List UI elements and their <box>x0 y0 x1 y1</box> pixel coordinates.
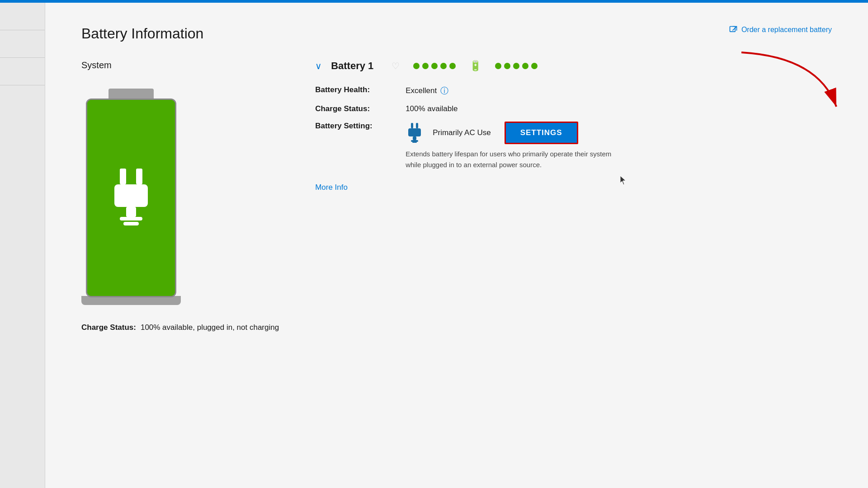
dot-10 <box>531 63 538 69</box>
setting-name: Primarily AC Use <box>433 128 491 137</box>
battery-name: Battery 1 <box>331 60 373 72</box>
dot-8 <box>513 63 519 69</box>
svg-rect-3 <box>136 169 142 184</box>
right-panel: ∨ Battery 1 ♡ 🔋 <box>315 60 832 332</box>
system-label: System <box>81 60 112 70</box>
charge-status-bottom-label: Charge Status: <box>81 323 136 332</box>
svg-rect-2 <box>120 169 126 184</box>
dot-2 <box>422 63 429 69</box>
main-content: Battery Information Order a replacement … <box>45 3 868 488</box>
order-link-text: Order a replacement battery <box>741 26 832 34</box>
charge-status-bottom-value: 100% available, plugged in, not charging <box>141 323 279 332</box>
dropdown-chevron-icon[interactable]: ∨ <box>315 61 322 71</box>
charge-status-bottom: Charge Status: 100% available, plugged i… <box>81 323 279 332</box>
battery-health-label: Battery Health: <box>315 85 406 94</box>
battery-small-icon: 🔋 <box>469 60 481 72</box>
battery-header: ∨ Battery 1 ♡ 🔋 <box>315 60 832 72</box>
svg-rect-10 <box>408 128 421 136</box>
battery-body <box>86 99 176 297</box>
external-link-icon <box>729 25 738 34</box>
dot-6 <box>495 63 501 69</box>
dot-7 <box>504 63 510 69</box>
page-title: Battery Information <box>81 25 203 42</box>
svg-rect-7 <box>123 222 139 225</box>
svg-rect-12 <box>411 140 418 142</box>
charge-status-row: Charge Status: 100% available <box>315 104 832 113</box>
setting-top: Primarily AC Use SETTINGS <box>406 122 832 144</box>
dot-4 <box>440 63 447 69</box>
svg-line-1 <box>732 27 736 31</box>
sidebar-divider-2 <box>0 57 45 58</box>
battery-setting-row: Battery Setting: Primarily AC Use <box>315 122 832 170</box>
charge-status-value: 100% available <box>406 104 458 113</box>
svg-rect-13 <box>412 142 417 143</box>
svg-rect-11 <box>413 136 416 140</box>
indicator-dots-1 <box>413 63 456 69</box>
battery-health-value: Excellent <box>406 86 437 95</box>
settings-button[interactable]: SETTINGS <box>505 122 578 144</box>
dot-9 <box>522 63 528 69</box>
info-icon[interactable]: ⓘ <box>440 85 448 96</box>
setting-content: Primarily AC Use SETTINGS Extends batter… <box>406 122 832 170</box>
left-panel: System <box>81 60 279 332</box>
battery-visual <box>81 89 181 305</box>
battery-tip <box>108 89 154 99</box>
header: Battery Information Order a replacement … <box>81 25 832 42</box>
svg-rect-5 <box>126 207 136 217</box>
svg-rect-8 <box>411 123 413 128</box>
svg-rect-6 <box>120 217 142 221</box>
battery-health-value-container: Excellent ⓘ <box>406 85 448 96</box>
dot-3 <box>431 63 438 69</box>
more-info-link[interactable]: More Info <box>315 183 348 192</box>
dot-1 <box>413 63 420 69</box>
battery-health-row: Battery Health: Excellent ⓘ <box>315 85 832 96</box>
battery-indicators: ♡ 🔋 <box>392 60 538 72</box>
sidebar <box>0 3 45 488</box>
content-area: System <box>81 60 832 332</box>
indicator-dots-2 <box>495 63 538 69</box>
ac-plug-icon <box>406 123 424 143</box>
plug-icon <box>106 169 156 227</box>
svg-rect-9 <box>416 123 418 128</box>
setting-description: Extends battery lifespan for users who p… <box>406 149 613 170</box>
heart-icon: ♡ <box>392 61 400 71</box>
sidebar-divider-3 <box>0 85 45 85</box>
svg-rect-4 <box>114 184 148 207</box>
battery-base <box>81 296 181 305</box>
charge-status-label: Charge Status: <box>315 104 406 113</box>
battery-setting-label: Battery Setting: <box>315 122 406 131</box>
order-replacement-link[interactable]: Order a replacement battery <box>729 25 832 34</box>
sidebar-divider-1 <box>0 30 45 30</box>
dot-5 <box>449 63 456 69</box>
